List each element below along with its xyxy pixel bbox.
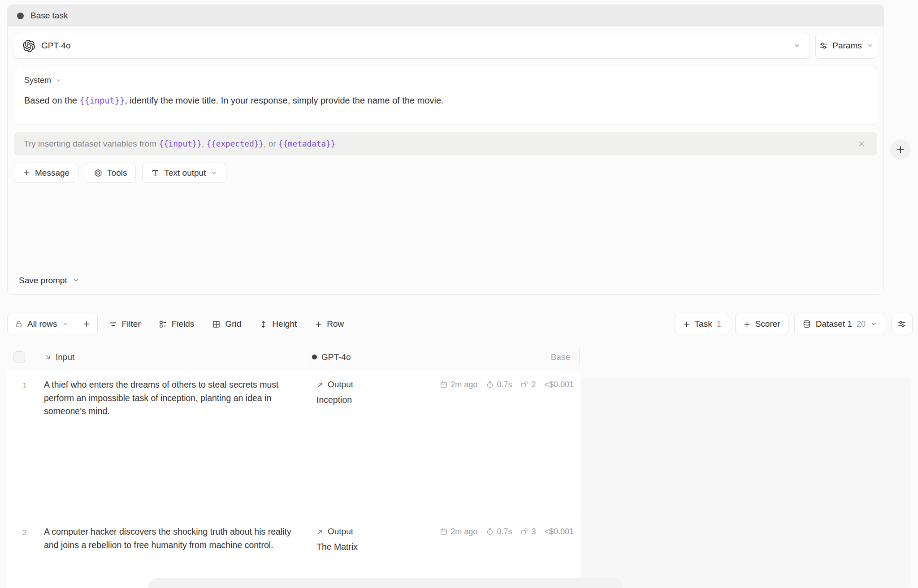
prompt-text-editor[interactable]: Based on the {{input}}, identify the mov… xyxy=(24,94,867,108)
chevron-down-icon xyxy=(210,169,217,177)
dataset-count-badge: 20 xyxy=(857,320,866,329)
chevron-down-icon xyxy=(866,42,874,49)
output-value: Inception xyxy=(316,395,574,405)
tokens-icon xyxy=(520,380,528,389)
token-count: 3 xyxy=(531,527,536,536)
close-icon[interactable] xyxy=(856,138,867,150)
params-label: Params xyxy=(832,41,862,51)
height-button[interactable]: Height xyxy=(252,314,303,334)
output-type-label: Text output xyxy=(164,168,206,178)
input-column-label: Input xyxy=(56,352,74,362)
model-row: GPT-4o Params xyxy=(14,33,877,59)
params-button[interactable]: Params xyxy=(815,33,877,59)
save-prompt-row: Save prompt xyxy=(8,266,883,294)
filter-button[interactable]: Filter xyxy=(102,314,147,334)
row-number: 2 xyxy=(18,528,31,537)
dataset-label: Dataset 1 xyxy=(816,319,852,329)
grid-button[interactable]: Grid xyxy=(205,314,248,334)
grid-icon xyxy=(212,320,221,329)
add-row-label: Row xyxy=(327,319,344,329)
model-column-dot xyxy=(312,355,317,359)
system-prompt-card: System Based on the {{input}}, identify … xyxy=(14,67,877,125)
calendar-icon xyxy=(440,380,448,389)
plus-icon xyxy=(23,169,30,177)
text-type-icon xyxy=(151,169,160,177)
run-cost: <$0.001 xyxy=(544,527,574,536)
add-scorer-label: Scorer xyxy=(755,319,780,329)
table-toolbar: All rows Filter Fields xyxy=(7,314,913,334)
table-row[interactable]: 2 A computer hacker discovers the shocki… xyxy=(7,518,580,588)
column-header-input[interactable]: Input xyxy=(44,344,74,370)
lock-icon xyxy=(15,320,23,328)
column-header-model[interactable]: GPT-4o Base xyxy=(312,344,572,370)
model-column-tag: Base xyxy=(551,352,570,362)
run-time: 2m ago xyxy=(450,380,477,389)
output-label: Output xyxy=(328,527,353,536)
sliders-icon xyxy=(819,41,828,50)
tools-label: Tools xyxy=(107,168,127,178)
add-task-button[interactable]: Task 1 xyxy=(675,314,729,334)
filter-label: Filter xyxy=(122,319,141,329)
tokens-icon xyxy=(520,527,528,536)
plus-icon xyxy=(315,320,322,328)
task-panel-header: Base task xyxy=(8,5,883,26)
empty-table-area xyxy=(581,377,911,588)
add-scorer-button[interactable]: Scorer xyxy=(735,314,788,334)
plus-icon xyxy=(896,145,905,154)
task-status-dot xyxy=(17,13,24,19)
toolbar-left-group: All rows Filter Fields xyxy=(7,314,351,334)
add-task-column-button[interactable] xyxy=(890,139,910,160)
fields-label: Fields xyxy=(172,319,195,329)
run-cost: <$0.001 xyxy=(544,380,574,389)
row-input-cell[interactable]: A computer hacker discovers the shocking… xyxy=(44,525,296,552)
role-selector[interactable]: System xyxy=(24,76,74,85)
run-latency: 0.7s xyxy=(497,380,512,389)
row-height-icon xyxy=(259,320,268,329)
chevron-down-icon xyxy=(55,77,62,84)
model-select[interactable]: GPT-4o xyxy=(14,33,810,59)
output-metadata: 2m ago 0.7s 2 <$0.001 xyxy=(440,380,574,389)
task-count-badge: 1 xyxy=(717,320,721,329)
rows-filter-label: All rows xyxy=(27,319,57,329)
output-type-button[interactable]: Text output xyxy=(142,163,226,183)
fields-icon xyxy=(159,320,167,329)
add-row-button[interactable]: Row xyxy=(308,314,351,334)
plus-icon xyxy=(743,320,751,328)
task-title: Base task xyxy=(30,11,68,21)
sliders-icon xyxy=(897,320,906,329)
dataset-selector[interactable]: Dataset 1 20 xyxy=(794,314,885,334)
add-task-label: Task xyxy=(695,319,712,329)
toolbar-right-group: Task 1 Scorer Dataset 1 20 xyxy=(675,314,913,334)
grid-label: Grid xyxy=(225,319,241,329)
add-message-button[interactable]: Message xyxy=(14,163,78,183)
column-divider xyxy=(579,348,580,365)
add-rows-filter-button[interactable] xyxy=(76,314,97,334)
calendar-icon xyxy=(440,527,448,536)
model-name: GPT-4o xyxy=(41,41,70,51)
hint-text: Try inserting dataset variables from {{i… xyxy=(24,139,335,149)
tools-button[interactable]: Tools xyxy=(85,163,136,183)
plus-icon xyxy=(683,320,690,328)
rows-filter-dropdown[interactable]: All rows xyxy=(8,314,76,334)
prompt-actions-row: Message Tools Text output xyxy=(14,163,226,183)
fields-button[interactable]: Fields xyxy=(152,314,201,334)
row-input-cell[interactable]: A thief who enters the dreams of others … xyxy=(44,378,296,418)
column-divider xyxy=(311,348,311,365)
model-column-label: GPT-4o xyxy=(321,352,351,362)
bottom-floating-bar xyxy=(148,578,623,588)
openai-logo-icon xyxy=(23,40,35,52)
timer-icon xyxy=(486,380,494,389)
token-count: 2 xyxy=(531,380,536,389)
save-prompt-button[interactable]: Save prompt xyxy=(19,276,67,285)
plus-icon xyxy=(82,320,91,328)
table-settings-button[interactable] xyxy=(891,314,913,334)
chevron-down-icon[interactable] xyxy=(72,277,80,284)
row-output-cell[interactable]: Output 2m ago 0.7s xyxy=(316,380,574,405)
table-row[interactable]: 1 A thief who enters the dreams of other… xyxy=(7,371,580,517)
chevron-down-icon xyxy=(870,320,877,328)
variables-hint-bar: Try inserting dataset variables from {{i… xyxy=(14,132,877,156)
output-value: The Matrix xyxy=(316,542,574,552)
role-label: System xyxy=(24,76,51,85)
row-output-cell[interactable]: Output 2m ago 0.7s xyxy=(316,527,574,552)
select-all-checkbox[interactable] xyxy=(13,351,25,363)
